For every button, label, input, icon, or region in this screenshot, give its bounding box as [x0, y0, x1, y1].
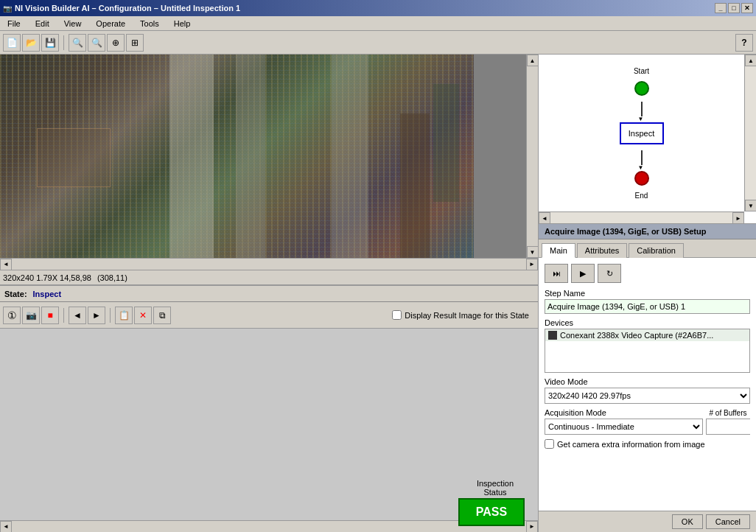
zoom-fit-button[interactable]: ⊕	[107, 34, 125, 52]
minimize-button[interactable]: _	[715, 3, 727, 13]
buffer-value-input[interactable]	[707, 419, 756, 434]
display-result-label: Display Result Image for this State	[405, 311, 529, 320]
image-content	[0, 55, 474, 258]
display-result-checkbox[interactable]	[392, 310, 402, 320]
image-canvas[interactable]	[0, 55, 474, 258]
add-step-button[interactable]: ①	[3, 307, 21, 324]
back-button[interactable]: ◄	[69, 307, 86, 324]
pass-indicator: PASS	[458, 498, 525, 526]
device-name: Conexant 2388x Video Capture (#2A6B7...	[560, 331, 713, 340]
camera-info-checkbox[interactable]	[545, 439, 554, 449]
scroll-down-button[interactable]: ▼	[527, 246, 539, 258]
start-label: Start	[634, 67, 649, 75]
stop-button[interactable]: ■	[41, 307, 59, 324]
menu-view[interactable]: View	[60, 18, 86, 29]
bottom-scrollbar-h[interactable]: ◄ ►	[0, 520, 538, 532]
bottom-content-area: ◄ ► InspectionStatus PASS	[0, 329, 538, 532]
step-name-label: Step Name	[545, 289, 750, 298]
open-button[interactable]: 📂	[22, 34, 40, 52]
title-bar: 📷 NI Vision Builder AI – Configuration –…	[0, 0, 756, 16]
delete-button[interactable]: ✕	[134, 307, 152, 324]
step-play-button[interactable]: ⏭	[545, 264, 568, 283]
image-scrollbar-vertical[interactable]: ▲ ▼	[526, 55, 538, 258]
devices-row: Devices Conexant 2388x Video Capture (#2…	[545, 318, 750, 373]
state-bar: State: Inspect	[0, 284, 538, 302]
window-title: NI Vision Builder AI – Configuration – U…	[15, 4, 240, 13]
step-name-input[interactable]	[545, 299, 750, 314]
menu-edit[interactable]: Edit	[31, 18, 54, 29]
flow-arrow-2	[641, 150, 643, 165]
zoom-out-button[interactable]: 🔍	[88, 34, 105, 52]
inspection-status-label: InspectionStatus	[458, 479, 532, 497]
save-button[interactable]: 💾	[41, 34, 59, 52]
devices-list[interactable]: Conexant 2388x Video Capture (#2A6B7...	[545, 329, 750, 373]
setup-panel: Acquire Image (1394, GigE, or USB) Setup…	[539, 224, 756, 532]
tab-calibration[interactable]: Calibration	[629, 243, 684, 258]
tab-bar: Main Attributes Calibration	[539, 239, 756, 258]
menu-bar: File Edit View Operate Tools Help	[0, 16, 756, 31]
inspect-node[interactable]: Inspect	[620, 122, 664, 144]
tab-main[interactable]: Main	[542, 243, 575, 258]
new-state-button[interactable]: 📋	[115, 307, 133, 324]
end-node[interactable]	[634, 171, 649, 186]
start-node[interactable]	[634, 81, 649, 96]
ok-button[interactable]: OK	[672, 514, 703, 529]
acquisition-mode-select[interactable]: Continuous - Immediate	[545, 419, 703, 435]
video-mode-select[interactable]: 320x240 I420 29.97fps	[545, 388, 750, 404]
video-mode-row: Video Mode 320x240 I420 29.97fps	[545, 377, 750, 404]
devices-label: Devices	[545, 318, 750, 327]
run-button[interactable]: ▶	[571, 264, 595, 283]
refresh-button[interactable]: ↻	[598, 264, 621, 283]
video-mode-label: Video Mode	[545, 377, 750, 386]
toolbar-separator-1	[63, 35, 64, 50]
right-panel: Start Inspect End ▲ ▼ ◄ ►	[539, 55, 756, 532]
close-button[interactable]: ✕	[741, 3, 753, 13]
menu-operate[interactable]: Operate	[91, 18, 130, 29]
help-button[interactable]: ?	[735, 34, 753, 52]
menu-help[interactable]: Help	[169, 18, 195, 29]
forward-button[interactable]: ►	[88, 307, 105, 324]
scroll-left-button[interactable]: ◄	[0, 259, 12, 270]
menu-file[interactable]: File	[3, 18, 25, 29]
flow-scroll-track-v[interactable]	[745, 66, 756, 200]
camera-info-row: Get camera extra information from image	[545, 439, 750, 449]
flow-scroll-down[interactable]: ▼	[745, 200, 756, 211]
cancel-button[interactable]: Cancel	[706, 514, 750, 529]
app-icon: 📷	[3, 4, 12, 13]
image-info: 320x240 1.79X 14,58,98	[3, 273, 91, 282]
h-scroll-left[interactable]: ◄	[0, 521, 12, 533]
zoom-in-button[interactable]: 🔍	[69, 34, 86, 52]
image-status-bar: 320x240 1.79X 14,58,98 (308,11)	[0, 270, 538, 284]
image-coords: (308,11)	[97, 273, 127, 282]
duplicate-button[interactable]: ⧉	[153, 307, 171, 324]
camera-button[interactable]: 📷	[22, 307, 40, 324]
main-layout: ▲ ▼ ◄ ► 320x240 1.79X 14,58,98 (308,11) …	[0, 55, 756, 532]
menu-tools[interactable]: Tools	[136, 18, 164, 29]
flow-scroll-left[interactable]: ◄	[539, 212, 550, 224]
scroll-up-button[interactable]: ▲	[527, 55, 539, 66]
acq-mode-group: Acquisition Mode Continuous - Immediate	[545, 408, 703, 435]
window-controls[interactable]: _ □ ✕	[715, 3, 753, 13]
state-label: State:	[4, 290, 27, 298]
maximize-button[interactable]: □	[728, 3, 740, 13]
bottom-left-area: ◄ ►	[0, 520, 538, 532]
image-scrollbar-horizontal[interactable]: ◄ ►	[0, 258, 538, 270]
flow-scroll-right[interactable]: ►	[732, 212, 744, 224]
acq-mode-label: Acquisition Mode	[545, 408, 703, 417]
bottom-toolbar: ① 📷 ■ ◄ ► 📋 ✕ ⧉ Display Result Image for…	[0, 302, 538, 329]
flow-scroll-up[interactable]: ▲	[745, 55, 756, 66]
scroll-right-button[interactable]: ►	[526, 259, 538, 270]
device-item[interactable]: Conexant 2388x Video Capture (#2A6B7...	[545, 329, 749, 341]
buffers-label: # of Buffers	[706, 409, 750, 417]
toolbar-separator-3	[110, 308, 111, 323]
flow-scroll-track-h[interactable]	[550, 212, 732, 223]
flow-scrollbar-v[interactable]: ▲ ▼	[744, 55, 756, 211]
camera-info-label: Get camera extra information from image	[557, 440, 705, 449]
buffer-spinner[interactable]: ▲ ▼	[706, 419, 750, 435]
flow-scrollbar-h[interactable]: ◄ ►	[539, 211, 744, 223]
tab-attributes[interactable]: Attributes	[577, 243, 627, 258]
toolbar-separator-2	[63, 308, 64, 323]
flow-diagram-area: Start Inspect End ▲ ▼ ◄ ►	[539, 55, 756, 224]
new-button[interactable]: 📄	[3, 34, 21, 52]
zoom-select-button[interactable]: ⊞	[126, 34, 144, 52]
